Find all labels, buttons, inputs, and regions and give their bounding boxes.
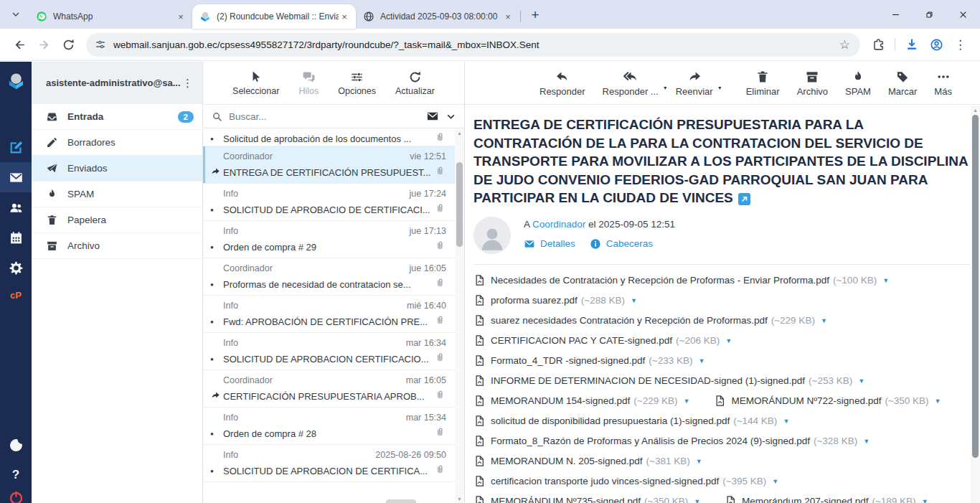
tab-close-icon[interactable]: ×	[502, 11, 514, 22]
attachment-item[interactable]: solicitud de disponibilidad presupuestar…	[473, 415, 789, 427]
attachment-menu-caret-icon[interactable]: ▼	[694, 498, 700, 503]
window-close-button[interactable]	[946, 0, 980, 29]
compose-button[interactable]	[0, 132, 32, 162]
attachment-item[interactable]: proforma suarez.pdf(~288 KB)▼	[473, 294, 637, 306]
reader-spambutton[interactable]: SPAM	[845, 70, 871, 97]
profile-button[interactable]	[925, 34, 947, 55]
folder-archivo[interactable]: Archivo	[32, 233, 202, 259]
dropdown-caret-icon[interactable]: ▼	[717, 85, 722, 90]
attachment-menu-caret-icon[interactable]: ▼	[725, 337, 732, 344]
message-row[interactable]: Coordinadorjue 16:05 ●Proformas de neces…	[203, 258, 455, 296]
attachment-item[interactable]: MEMORÁNDUM Nº735-signed.pdf(~350 KB)▼	[473, 495, 700, 503]
address-bar[interactable]: webmail.sanjuan.gob.ec/cpsess4955827172/…	[86, 33, 860, 57]
tab-close-icon[interactable]: ×	[339, 11, 350, 22]
scroll-up-icon[interactable]: ▲	[455, 128, 464, 137]
message-row[interactable]: Infomar 15:34 ●Orden de compra # 28	[203, 408, 455, 445]
logout-button[interactable]	[0, 490, 32, 503]
attachment-menu-caret-icon[interactable]: ▼	[772, 478, 778, 485]
message-row[interactable]: Infomié 16:40 ●Fwd: APROBACIÓN DE CERTIF…	[203, 296, 455, 333]
roundcube-logo[interactable]	[0, 62, 32, 99]
mail-nav-button[interactable]	[0, 162, 32, 192]
attachment-item[interactable]: Necesidades de Contratación y Recepción …	[473, 274, 889, 286]
browser-menu-button[interactable]: ⋮	[948, 37, 973, 52]
attachment-item[interactable]: Formato_8_Razón de Proformas y Análisis …	[473, 435, 870, 447]
reader-responderbutton[interactable]: Responder	[540, 70, 585, 97]
attachment-menu-caret-icon[interactable]: ▼	[858, 377, 864, 385]
extensions-button[interactable]	[867, 34, 889, 55]
list-scrollbar[interactable]: ▲ ▼	[455, 128, 464, 503]
attachment-menu-caret-icon[interactable]: ▼	[631, 297, 637, 304]
attachment-menu-caret-icon[interactable]: ▼	[699, 357, 705, 365]
attachment-item[interactable]: Formato_4_TDR -signed-signed.pdf(~233 KB…	[473, 354, 705, 367]
account-menu-icon[interactable]: ⋮	[181, 77, 195, 90]
reader-responder-button[interactable]: Responder ...▼	[603, 70, 659, 97]
reader-scroll-thumb[interactable]	[972, 115, 979, 458]
attachment-menu-caret-icon[interactable]: ▼	[882, 277, 889, 284]
search-options-chevron-icon[interactable]	[446, 112, 456, 121]
reader-eliminarbutton[interactable]: Eliminar	[746, 70, 780, 97]
message-row[interactable]: ●Solicitud de aprobación de los document…	[203, 128, 455, 146]
attachment-menu-caret-icon[interactable]: ▼	[922, 498, 928, 503]
attachment-menu-caret-icon[interactable]: ▼	[821, 317, 827, 324]
cpanel-button[interactable]: cP	[0, 283, 32, 307]
attachment-item[interactable]: MEMORANDUM 154-signed.pdf(~229 KB)▼	[473, 395, 689, 407]
attachment-item[interactable]: suarez necesidades Contratación y Recepc…	[473, 314, 827, 326]
scroll-down-icon[interactable]: ▼	[455, 494, 464, 503]
open-in-new-window-icon[interactable]	[738, 193, 750, 205]
help-button[interactable]: ?	[0, 460, 32, 490]
message-row[interactable]: Coordinadorvie 12:51 ENTREGA DE CERTIFIC…	[203, 146, 455, 184]
toolbar-actualizar-button[interactable]: Actualizar	[395, 70, 435, 96]
attachment-menu-caret-icon[interactable]: ▼	[863, 438, 870, 445]
attachment-item[interactable]: CERTIFICACION PAC Y CATE-signed.pdf(~206…	[473, 334, 732, 347]
dark-mode-toggle[interactable]	[0, 430, 32, 460]
message-row[interactable]: Coordinadormar 16:05 CERTIFICACIÓN PRESU…	[203, 370, 455, 408]
headers-toggle[interactable]: Cabeceras	[590, 238, 653, 250]
attachment-menu-caret-icon[interactable]: ▼	[696, 458, 702, 465]
downloads-button[interactable]	[901, 34, 923, 55]
calendar-nav-button[interactable]	[0, 222, 32, 253]
browser-tab-1[interactable]: (2) Roundcube Webmail :: Envia ×	[192, 4, 356, 29]
folder-borradores[interactable]: Borradores	[32, 130, 202, 156]
attachment-item[interactable]: MEMORÁNDUM Nº722-signed.pdf(~350 KB)▼	[714, 395, 941, 407]
toolbar-opciones-button[interactable]: Opciones	[338, 70, 376, 96]
window-minimize-button[interactable]	[879, 0, 913, 29]
bookmark-star-icon[interactable]: ☆	[837, 37, 853, 52]
reader-archivobutton[interactable]: Archivo	[797, 70, 828, 97]
search-input[interactable]	[229, 111, 426, 122]
tab-close-icon[interactable]: ×	[175, 11, 187, 22]
account-header[interactable]: asistente-administrativo@sa... ⋮	[32, 62, 202, 104]
toolbar-seleccionar-button[interactable]: Seleccionar	[232, 70, 279, 96]
attachment-item[interactable]: MEMORANDUM N. 205-signed.pdf(~381 KB)▼	[473, 455, 702, 467]
toolbar-hilos-button[interactable]: Hilos	[298, 70, 319, 96]
attachment-menu-caret-icon[interactable]: ▼	[935, 398, 941, 405]
reader-másbutton[interactable]: Más	[934, 70, 952, 97]
folder-entrada[interactable]: Entrada2	[32, 104, 202, 130]
contacts-nav-button[interactable]	[0, 192, 32, 222]
message-row[interactable]: Info2025-08-26 09:50 ●SOLICITUD DE APROB…	[203, 445, 455, 482]
attachment-item[interactable]: certificacion transporte judo vinces-sig…	[473, 475, 778, 487]
attachment-item[interactable]: Memorándum 207-signed.pdf(~189 KB)▼	[725, 495, 928, 503]
search-scope-envelope-icon[interactable]	[426, 110, 439, 123]
recipient-link[interactable]: Coordinador	[532, 219, 585, 230]
dropdown-caret-icon[interactable]: ▼	[663, 85, 668, 90]
reader-scrollbar[interactable]: ▲	[971, 105, 980, 503]
details-toggle[interactable]: Detalles	[524, 238, 575, 250]
site-info-icon[interactable]	[95, 39, 106, 50]
reader-marcarbutton[interactable]: Marcar	[888, 70, 917, 97]
folder-spam[interactable]: SPAM	[32, 182, 202, 207]
browser-tab-0[interactable]: WhatsApp ×	[29, 4, 192, 29]
message-row[interactable]: Infomar 16:34 ●SOLICITUD DE APROBACION C…	[203, 333, 455, 370]
reload-button[interactable]	[57, 34, 79, 55]
message-row[interactable]: Infojue 17:13 ●Orden de compra # 29	[203, 221, 455, 258]
message-row[interactable]: Infojue 17:24 ●SOLICITUD DE APROBACIO DE…	[203, 184, 455, 221]
attachment-menu-caret-icon[interactable]: ▼	[783, 418, 789, 425]
window-restore-button[interactable]	[913, 0, 946, 29]
forward-button[interactable]	[33, 34, 55, 55]
attachment-menu-caret-icon[interactable]: ▼	[684, 398, 690, 405]
list-scroll-thumb[interactable]	[456, 162, 463, 247]
browser-tab-2[interactable]: Actividad 2025-09-03 08:00:00 ×	[356, 4, 519, 29]
back-button[interactable]	[9, 34, 30, 55]
reader-reenviarbutton[interactable]: Reenviar▼	[676, 70, 713, 97]
settings-nav-button[interactable]	[0, 253, 32, 283]
new-tab-button[interactable]: +	[525, 5, 545, 25]
